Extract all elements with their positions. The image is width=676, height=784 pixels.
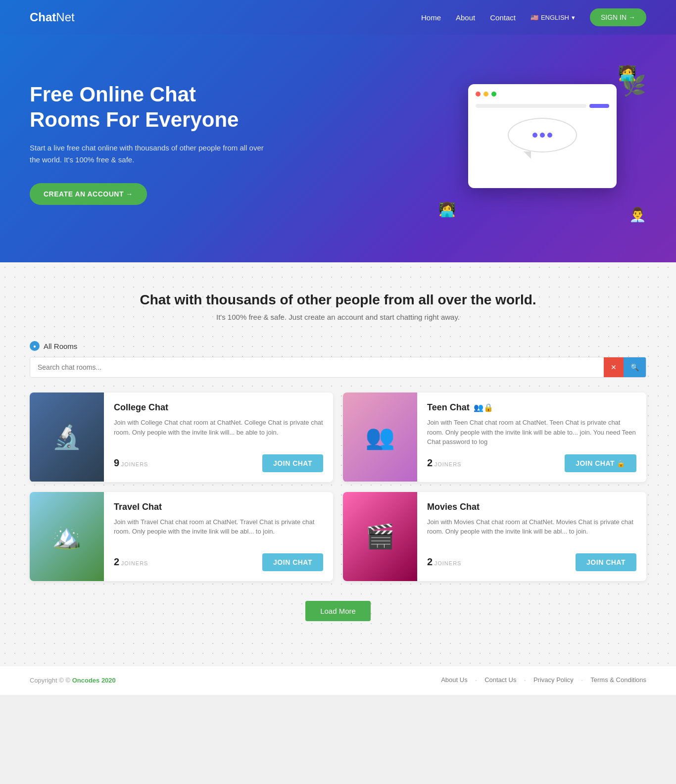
nav-about[interactable]: About — [456, 13, 475, 22]
footer-links: About Us · Contact Us · Privacy Policy ·… — [441, 676, 646, 685]
join-button-movies[interactable]: JOIN CHAT — [576, 553, 636, 571]
language-label: ENGLISH — [541, 14, 569, 21]
room-image-movies — [343, 492, 417, 581]
chat-window-card — [468, 84, 617, 188]
site-logo[interactable]: ChatNet — [30, 10, 75, 24]
room-image-teen — [343, 392, 417, 482]
hero-illustration: 🧑‍💻 👩‍💻 👨‍💼 🌿 — [438, 64, 646, 223]
footer-copyright: Copyright © © Oncodes 2020 — [30, 677, 116, 684]
sign-in-button[interactable]: SIGN IN → — [590, 8, 646, 26]
figure-right: 👨‍💼 — [629, 206, 646, 223]
typing-dots — [532, 133, 552, 138]
search-bar: ✕ 🔍 — [30, 357, 646, 378]
room-info-teen: Teen Chat 👥🔒 Join with Teen Chat chat ro… — [417, 392, 646, 482]
hero-subtitle: Start a live free chat online with thous… — [30, 142, 267, 166]
footer-terms-link[interactable]: Terms & Conditions — [590, 676, 646, 685]
section-title: Chat with thousands of other people from… — [30, 292, 646, 308]
joiner-count-travel: 2 — [114, 556, 119, 567]
joiner-count-movies: 2 — [427, 556, 433, 567]
logo-net: Net — [56, 10, 74, 24]
joiners-label-travel: JOINERS — [121, 560, 148, 566]
room-description-travel: Join with Travel Chat chat room at ChatN… — [114, 517, 323, 546]
search-clear-button[interactable]: ✕ — [604, 357, 624, 377]
window-controls — [476, 92, 609, 97]
create-account-button[interactable]: CREATE AN ACCOUNT → — [30, 183, 147, 205]
search-input[interactable] — [30, 357, 604, 377]
room-info-movies: Movies Chat Join with Movies Chat chat r… — [417, 492, 646, 581]
private-badge-teen: 👥🔒 — [474, 403, 493, 412]
logo-chat: Chat — [30, 10, 56, 24]
footer: Copyright © © Oncodes 2020 About Us · Co… — [0, 666, 676, 695]
room-name-movies: Movies Chat — [427, 502, 636, 512]
joiners-college: 9 JOINERS — [114, 457, 148, 469]
room-footer-teen: 2 JOINERS JOIN CHAT 🔒 — [427, 454, 636, 472]
room-footer-travel: 2 JOINERS JOIN CHAT — [114, 553, 323, 571]
hero-text: Free Online Chat Rooms For Everyone Star… — [30, 82, 267, 205]
joiners-label-movies: JOINERS — [435, 560, 462, 566]
nav-contact[interactable]: Contact — [490, 13, 516, 22]
nav-links: Home About Contact 🇺🇸 ENGLISH ▾ SIGN IN … — [421, 8, 646, 26]
room-image-college — [30, 392, 104, 482]
all-rooms-label: ● All Rooms — [30, 341, 646, 351]
room-description-teen: Join with Teen Chat chat room at ChatNet… — [427, 418, 636, 447]
flag-icon: 🇺🇸 — [531, 14, 538, 21]
room-card-college: College Chat Join with College Chat chat… — [30, 392, 333, 482]
load-more-button[interactable]: Load More — [305, 601, 371, 621]
all-rooms-text: All Rooms — [44, 342, 77, 350]
hero-title: Free Online Chat Rooms For Everyone — [30, 82, 267, 132]
dot-1 — [532, 133, 537, 138]
load-more-container: Load More — [30, 601, 646, 621]
figure-left: 👩‍💻 — [438, 201, 456, 218]
main-content: Chat with thousands of other people from… — [0, 262, 676, 666]
dot-3 — [547, 133, 552, 138]
room-name-teen: Teen Chat 👥🔒 — [427, 402, 636, 413]
room-description-movies: Join with Movies Chat chat room at ChatN… — [427, 517, 636, 546]
hero-section: Free Online Chat Rooms For Everyone Star… — [0, 35, 676, 262]
plant-decoration: 🌿 — [622, 74, 646, 98]
rooms-grid: College Chat Join with College Chat chat… — [30, 392, 646, 581]
room-footer-movies: 2 JOINERS JOIN CHAT — [427, 553, 636, 571]
navbar: ChatNet Home About Contact 🇺🇸 ENGLISH ▾ … — [0, 0, 676, 35]
room-card-movies: Movies Chat Join with Movies Chat chat r… — [343, 492, 646, 581]
joiners-label-teen: JOINERS — [435, 461, 462, 467]
joiners-movies: 2 JOINERS — [427, 556, 461, 568]
room-footer-college: 9 JOINERS JOIN CHAT — [114, 454, 323, 472]
close-dot — [476, 92, 481, 97]
footer-contact-link[interactable]: Contact Us — [484, 676, 516, 685]
search-button[interactable]: 🔍 — [624, 357, 646, 377]
room-card-travel: Travel Chat Join with Travel Chat chat r… — [30, 492, 333, 581]
footer-brand-link[interactable]: Oncodes 2020 — [72, 677, 116, 684]
joiner-count-teen: 2 — [427, 457, 433, 468]
nav-home[interactable]: Home — [421, 13, 441, 22]
joiners-travel: 2 JOINERS — [114, 556, 148, 568]
room-name-travel: Travel Chat — [114, 502, 323, 512]
join-button-college[interactable]: JOIN CHAT — [262, 454, 323, 472]
room-name-college: College Chat — [114, 402, 323, 413]
footer-privacy-link[interactable]: Privacy Policy — [533, 676, 574, 685]
room-info-travel: Travel Chat Join with Travel Chat chat r… — [104, 492, 333, 581]
room-info-college: College Chat Join with College Chat chat… — [104, 392, 333, 482]
language-selector[interactable]: 🇺🇸 ENGLISH ▾ — [531, 14, 575, 21]
minimize-dot — [483, 92, 488, 97]
joiners-label: JOINERS — [121, 461, 148, 467]
join-button-teen[interactable]: JOIN CHAT 🔒 — [565, 454, 636, 472]
footer-about-link[interactable]: About Us — [441, 676, 467, 685]
chat-bubble — [508, 118, 577, 152]
chevron-down-icon: ▾ — [572, 14, 575, 21]
joiners-teen: 2 JOINERS — [427, 457, 461, 469]
section-subtitle: It's 100% free & safe. Just create an ac… — [30, 313, 646, 321]
room-image-travel — [30, 492, 104, 581]
all-rooms-icon: ● — [30, 341, 40, 351]
dot-2 — [540, 133, 545, 138]
room-description-college: Join with College Chat chat room at Chat… — [114, 418, 323, 447]
maximize-dot — [491, 92, 496, 97]
room-card-teen: Teen Chat 👥🔒 Join with Teen Chat chat ro… — [343, 392, 646, 482]
joiner-count-college: 9 — [114, 457, 119, 468]
join-button-travel[interactable]: JOIN CHAT — [262, 553, 323, 571]
